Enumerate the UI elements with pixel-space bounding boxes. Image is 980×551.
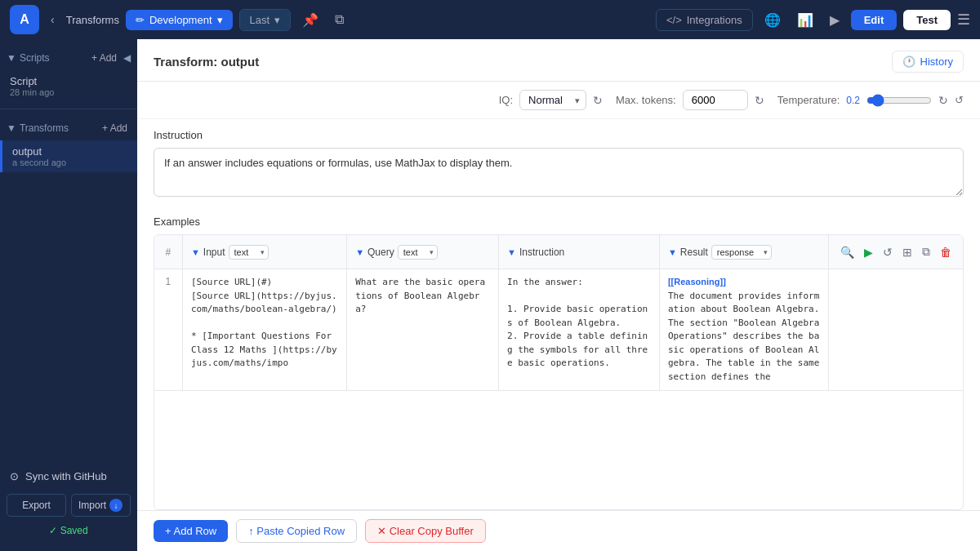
tokens-setting: Max. tokens: ↻ <box>616 90 764 110</box>
temp-label: Temperature: <box>777 94 840 106</box>
examples-table-wrapper: # ▼ Input text url json <box>154 234 964 510</box>
temp-undo-icon[interactable]: ↺ <box>955 94 964 106</box>
transform-prefix: Transform: <box>154 55 221 69</box>
github-icon: ⊙ <box>10 470 19 482</box>
table-body: 1 [Source URL](#) [Source URL](https://b… <box>154 269 963 391</box>
sidebar-item-script[interactable]: Script 28 min ago <box>0 70 137 102</box>
play-button[interactable]: ▶ <box>825 7 844 33</box>
row-result[interactable]: [[Reasoning]] The document provides info… <box>659 269 828 391</box>
iq-sync-icon[interactable]: ↻ <box>593 94 603 107</box>
iq-select-wrapper: Normal High Low <box>519 90 586 110</box>
clear-copy-buffer-button[interactable]: ✕ Clear Copy Buffer <box>365 519 486 543</box>
export-button[interactable]: Export <box>7 494 66 517</box>
grid-icon-header[interactable]: ⊞ <box>899 242 915 262</box>
back-button[interactable]: ‹ <box>46 10 60 29</box>
examples-table: # ▼ Input text url json <box>154 235 963 391</box>
instruction-textarea[interactable]: If an answer includes equations or formu… <box>154 148 964 197</box>
transform-title: Transform: output <box>154 55 259 69</box>
script-item-label: Script <box>10 75 127 87</box>
output-item-label: output <box>12 145 127 158</box>
input-cell-text: [Source URL](#) [Source URL](https://byj… <box>191 276 338 371</box>
col-header-query: ▼ Query text url json <box>347 235 499 269</box>
query-type-select[interactable]: text url json <box>398 245 438 260</box>
temp-sync-icon[interactable]: ↻ <box>938 94 948 107</box>
transforms-toggle[interactable]: ▼ <box>7 122 16 134</box>
last-button[interactable]: Last ▾ <box>239 9 292 31</box>
scripts-add-button[interactable]: + Add <box>88 51 120 65</box>
scripts-toggle[interactable]: ▼ <box>7 52 16 64</box>
instruction-section: Instruction If an answer includes equati… <box>137 119 980 209</box>
transforms-add-button[interactable]: + Add <box>99 121 131 136</box>
row-query[interactable]: What are the basic operations of Boolean… <box>347 269 499 391</box>
chevron-down-icon: ▾ <box>274 14 280 26</box>
table-row: 1 [Source URL](#) [Source URL](https://b… <box>154 269 963 391</box>
copy-icon-button[interactable]: ⧉ <box>330 7 349 32</box>
delete-icon-header[interactable]: 🗑 <box>937 242 955 262</box>
filter-icon-instruction: ▼ <box>507 247 516 257</box>
table-head: # ▼ Input text url json <box>154 235 963 269</box>
topbar: A ‹ Transforms ✏ Development ▾ Last ▾ 📌 … <box>0 0 980 39</box>
test-button[interactable]: Test <box>903 10 951 30</box>
transforms-label: Transforms <box>66 14 119 26</box>
output-item-sub: a second ago <box>12 158 127 167</box>
col-query-label: Query <box>368 247 394 258</box>
sidebar-item-output[interactable]: output a second ago <box>0 140 137 172</box>
result-highlight: [[Reasoning]] <box>668 277 726 287</box>
sidebar-bottom: ⊙ Sync with GitHub Export Import ↓ ✓ Sav… <box>0 459 137 544</box>
topbar-right: </> Integrations 🌐 📊 ▶ Edit Test ☰ <box>656 7 970 33</box>
copy-icon-header[interactable]: ⧉ <box>919 242 933 262</box>
sidebar-divider <box>0 109 137 109</box>
tokens-input[interactable] <box>683 90 748 110</box>
tokens-label: Max. tokens: <box>616 94 676 106</box>
examples-title: Examples <box>154 209 964 234</box>
import-label: Import <box>78 500 106 511</box>
integrations-button[interactable]: </> Integrations <box>656 9 753 31</box>
edit-button[interactable]: Edit <box>851 10 898 30</box>
col-header-instruction: ▼ Instruction <box>499 235 660 269</box>
scripts-section-header: ▼ Scripts + Add ◀ <box>0 46 137 70</box>
temp-value: 0.2 <box>846 95 860 106</box>
search-icon-header[interactable]: 🔍 <box>837 242 858 262</box>
globe-button[interactable]: 🌐 <box>760 7 786 33</box>
integrations-label: Integrations <box>687 14 742 26</box>
iq-label: IQ: <box>499 94 513 106</box>
github-label: Sync with GitHub <box>25 470 107 482</box>
add-row-button[interactable]: + Add Row <box>154 520 228 542</box>
logo-icon: A <box>10 5 39 34</box>
pencil-icon: ✏ <box>136 14 145 26</box>
input-type-select[interactable]: text url json <box>229 245 269 260</box>
scripts-collapse-button[interactable]: ◀ <box>123 52 131 64</box>
instruction-cell-text: In the answer: 1. Provide basic operatio… <box>507 276 651 371</box>
undo-icon-header[interactable]: ↺ <box>880 242 896 262</box>
paste-row-button[interactable]: ↑ Paste Copied Row <box>236 519 357 543</box>
import-button[interactable]: Import ↓ <box>71 494 131 517</box>
menu-button[interactable]: ☰ <box>957 11 970 29</box>
tokens-sync-icon[interactable]: ↻ <box>755 94 764 107</box>
row-instruction[interactable]: In the answer: 1. Provide basic operatio… <box>499 269 660 391</box>
content-area: Transform: output 🕐 History IQ: Normal H… <box>137 39 980 551</box>
development-button[interactable]: ✏ Development ▾ <box>126 10 233 30</box>
history-button[interactable]: 🕐 History <box>892 51 964 73</box>
row-num: 1 <box>154 269 182 391</box>
iq-select[interactable]: Normal High Low <box>519 90 586 110</box>
filter-icon-result: ▼ <box>668 247 677 257</box>
script-item-sub: 28 min ago <box>10 87 127 97</box>
col-instruction-label: Instruction <box>519 247 564 258</box>
result-type-select[interactable]: response text json <box>711 245 772 260</box>
saved-label: ✓ Saved <box>7 523 131 538</box>
pin-button[interactable]: 📌 <box>297 7 323 33</box>
chart-button[interactable]: 📊 <box>792 7 818 33</box>
transforms-section-label: Transforms <box>20 122 96 134</box>
history-label: History <box>920 56 953 68</box>
temp-slider[interactable] <box>866 94 932 107</box>
run-icon-header[interactable]: ▶ <box>861 242 876 262</box>
history-icon: 🕐 <box>902 56 915 68</box>
content-header: Transform: output 🕐 History <box>137 39 980 82</box>
github-sync-button[interactable]: ⊙ Sync with GitHub <box>7 465 131 487</box>
row-input[interactable]: [Source URL](#) [Source URL](https://byj… <box>182 269 346 391</box>
sidebar: ▼ Scripts + Add ◀ Script 28 min ago ▼ Tr… <box>0 39 137 551</box>
main-layout: ▼ Scripts + Add ◀ Script 28 min ago ▼ Tr… <box>0 39 980 551</box>
chevron-down-icon: ▾ <box>217 14 223 26</box>
dev-label: Development <box>149 14 212 26</box>
col-result-label: Result <box>680 247 708 258</box>
